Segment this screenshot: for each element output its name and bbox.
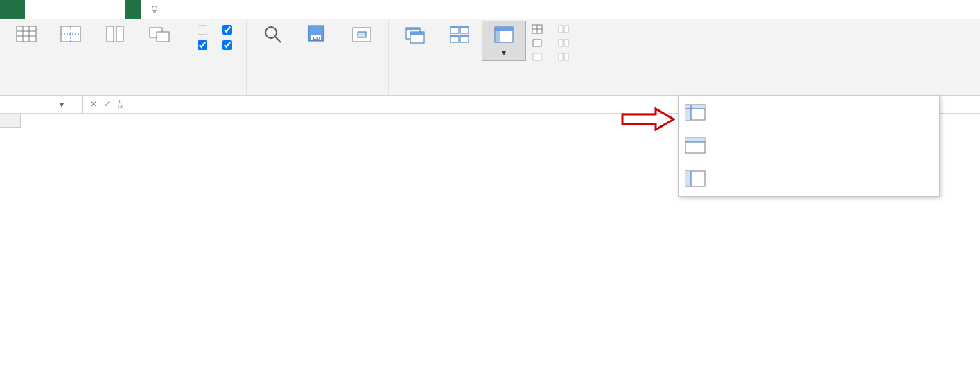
svg-line-15 <box>275 37 281 42</box>
tab-file[interactable] <box>0 0 25 19</box>
new-window-button[interactable] <box>393 21 437 50</box>
tab-data[interactable] <box>91 0 108 19</box>
enter-formula-icon[interactable]: ✓ <box>104 99 111 109</box>
tab-page-layout[interactable] <box>58 0 75 19</box>
svg-rect-22 <box>406 28 420 30</box>
group-label-show <box>191 92 242 95</box>
split-icon <box>532 24 543 35</box>
zoom-button[interactable] <box>251 21 295 50</box>
gridlines-checkbox[interactable] <box>198 40 210 50</box>
group-zoom: 100 <box>247 19 389 95</box>
resetpos-icon <box>558 51 569 62</box>
group-label-zoom <box>251 92 384 95</box>
ruler-checkbox[interactable] <box>198 25 210 35</box>
cancel-formula-icon[interactable]: ✕ <box>90 99 97 109</box>
magnifier-icon <box>262 24 284 46</box>
svg-point-0 <box>152 6 157 10</box>
freeze-panes-button[interactable]: ▾ <box>482 21 526 61</box>
sidebyside-icon <box>558 24 569 35</box>
svg-rect-28 <box>460 26 469 28</box>
select-all-corner[interactable] <box>0 114 21 128</box>
new-window-icon <box>404 24 426 46</box>
tab-formulas[interactable] <box>75 0 91 19</box>
svg-rect-2 <box>17 26 36 42</box>
freeze-panes-icon <box>684 102 706 124</box>
svg-rect-43 <box>559 40 563 46</box>
tab-insert[interactable] <box>42 0 58 19</box>
svg-text:100: 100 <box>313 36 320 40</box>
pagelayout-icon <box>104 24 126 46</box>
zoom-100-button[interactable]: 100 <box>295 21 340 50</box>
zoom-100-icon: 100 <box>306 24 329 46</box>
group-workbook-views <box>0 19 186 95</box>
annotation-arrow-icon <box>621 107 675 131</box>
unhide-icon <box>532 51 543 62</box>
svg-rect-1 <box>154 10 156 12</box>
freeze-panes-menu <box>678 96 940 197</box>
svg-rect-32 <box>460 35 469 37</box>
freeze-first-col-item[interactable] <box>679 163 939 196</box>
arrange-icon <box>448 24 471 46</box>
normal-view-button[interactable] <box>4 21 49 50</box>
ribbon: 100 ▾ <box>0 19 980 96</box>
pagebreak-icon <box>60 24 82 46</box>
group-window: ▾ <box>389 19 583 95</box>
svg-rect-49 <box>685 105 691 120</box>
svg-rect-45 <box>559 53 563 60</box>
arrange-all-button[interactable] <box>437 21 482 50</box>
svg-rect-44 <box>564 40 568 46</box>
split-button[interactable] <box>529 22 550 36</box>
zoom-selection-button[interactable] <box>340 21 384 50</box>
svg-rect-35 <box>495 27 500 42</box>
ribbon-tabs <box>0 0 980 19</box>
svg-rect-56 <box>685 171 691 186</box>
custom-views-button[interactable] <box>137 21 182 50</box>
hide-button[interactable] <box>529 36 550 50</box>
group-label-views <box>4 92 182 95</box>
name-box[interactable]: ▾ <box>0 96 83 113</box>
freeze-first-col-icon <box>684 168 706 191</box>
tell-me-search[interactable] <box>141 0 172 19</box>
sync-scroll-button <box>555 36 576 50</box>
svg-rect-42 <box>564 26 568 33</box>
formulabar-checkbox[interactable] <box>222 25 235 35</box>
lightbulb-icon <box>150 5 159 15</box>
svg-rect-46 <box>564 53 568 60</box>
unhide-button <box>529 50 550 64</box>
tab-view[interactable] <box>125 0 141 19</box>
headings-checkbox[interactable] <box>222 40 235 50</box>
name-box-input[interactable] <box>4 100 60 109</box>
freeze-label: ▾ <box>502 48 506 58</box>
svg-rect-53 <box>685 138 705 142</box>
side-by-side-button <box>555 22 576 36</box>
svg-rect-10 <box>107 26 114 42</box>
custom-views-icon <box>148 24 170 46</box>
syncscroll-icon <box>558 37 569 49</box>
svg-point-14 <box>265 27 277 38</box>
fx-icon[interactable]: fx <box>118 98 123 109</box>
svg-rect-24 <box>410 32 424 35</box>
name-box-dropdown-icon[interactable]: ▾ <box>60 100 64 109</box>
freeze-panes-item[interactable] <box>679 96 939 130</box>
svg-rect-26 <box>450 26 459 28</box>
pagebreak-view-button[interactable] <box>49 21 93 50</box>
freeze-top-row-item[interactable] <box>679 130 939 163</box>
freeze-top-row-icon <box>684 135 706 157</box>
tab-review[interactable] <box>108 0 125 19</box>
hide-icon <box>532 37 543 49</box>
svg-rect-13 <box>157 32 169 42</box>
svg-rect-39 <box>533 40 541 46</box>
svg-rect-41 <box>559 26 563 33</box>
reset-position-button <box>555 50 576 64</box>
svg-rect-40 <box>533 53 541 60</box>
svg-rect-11 <box>116 26 123 42</box>
group-show <box>186 19 247 95</box>
group-label-window <box>393 92 579 95</box>
zoom-selection-icon <box>351 24 373 46</box>
svg-rect-20 <box>358 32 366 37</box>
tab-home[interactable] <box>25 0 42 19</box>
svg-rect-30 <box>450 35 459 37</box>
freeze-icon <box>493 24 515 46</box>
grid-icon <box>15 24 37 46</box>
pagelayout-view-button[interactable] <box>93 21 137 50</box>
